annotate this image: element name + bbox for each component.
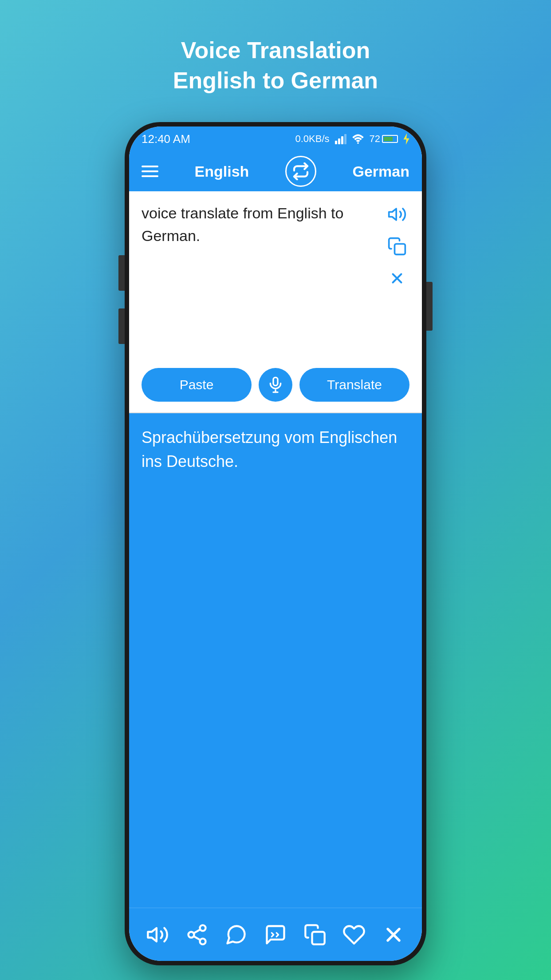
microphone-button[interactable] xyxy=(259,368,292,402)
svg-marker-1 xyxy=(404,133,409,145)
svg-marker-2 xyxy=(389,209,397,220)
input-actions xyxy=(385,202,409,291)
source-language-label[interactable]: English xyxy=(195,163,249,180)
status-bar: 12:40 AM 0.0KB/s 72 xyxy=(129,126,422,151)
target-language-label[interactable]: German xyxy=(352,163,409,180)
bottom-messenger-icon[interactable] xyxy=(261,921,290,949)
swap-languages-button[interactable] xyxy=(285,156,316,187)
status-icons: 0.0KB/s 72 xyxy=(295,133,409,145)
svg-line-14 xyxy=(193,929,200,933)
wifi-icon xyxy=(352,134,364,144)
svg-point-0 xyxy=(357,142,359,144)
output-text: Sprachübersetzung vom Englischen ins Deu… xyxy=(142,426,409,474)
translate-button[interactable]: Translate xyxy=(299,368,409,402)
power-button xyxy=(426,282,433,331)
output-area: Sprachübersetzung vom Englischen ins Deu… xyxy=(129,413,422,908)
bottom-bar xyxy=(129,908,422,961)
phone-frame: 12:40 AM 0.0KB/s 72 xyxy=(125,122,426,965)
input-area: voice translate from English to German. xyxy=(129,191,422,413)
bottom-close-icon[interactable] xyxy=(379,921,408,949)
bottom-copy-icon[interactable] xyxy=(301,921,329,949)
bottom-favorite-icon[interactable] xyxy=(340,921,368,949)
charging-icon xyxy=(403,133,409,145)
svg-line-13 xyxy=(193,936,200,940)
volume-button-up xyxy=(118,255,125,291)
input-bottom-actions: Paste Translate xyxy=(142,359,409,402)
app-header: English German xyxy=(129,151,422,191)
svg-rect-15 xyxy=(312,932,324,944)
clear-input-button[interactable] xyxy=(385,266,409,291)
volume-button-down xyxy=(118,308,125,344)
svg-marker-9 xyxy=(148,928,157,941)
status-time: 12:40 AM xyxy=(142,132,190,146)
svg-rect-3 xyxy=(395,244,405,255)
bottom-share-icon[interactable] xyxy=(183,921,211,949)
paste-button[interactable]: Paste xyxy=(142,368,252,402)
bottom-whatsapp-icon[interactable] xyxy=(222,921,250,949)
page-title: Voice Translation English to German xyxy=(173,36,378,95)
signal-icon xyxy=(335,134,346,144)
copy-input-button[interactable] xyxy=(385,234,409,259)
svg-rect-6 xyxy=(273,378,278,386)
phone-screen: 12:40 AM 0.0KB/s 72 xyxy=(129,126,422,961)
menu-button[interactable] xyxy=(142,166,158,177)
bottom-speaker-icon[interactable] xyxy=(143,921,172,949)
speak-input-button[interactable] xyxy=(385,202,409,227)
battery-icon: 72 xyxy=(370,133,398,145)
network-speed: 0.0KB/s xyxy=(295,133,329,145)
input-text[interactable]: voice translate from English to German. xyxy=(142,202,385,247)
